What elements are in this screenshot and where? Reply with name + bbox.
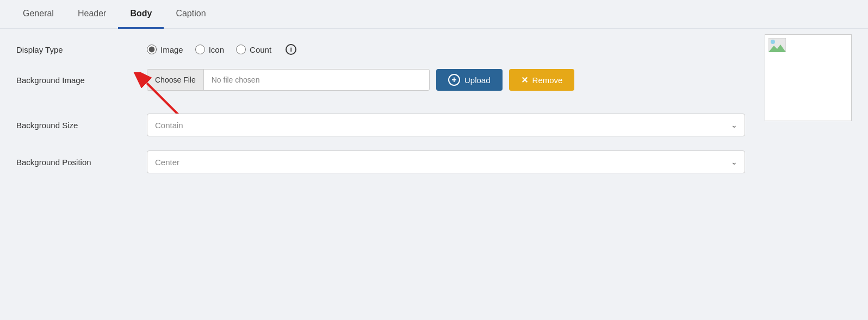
- radio-option-image[interactable]: Image: [147, 45, 183, 54]
- background-image-row: Background Image Choose File No file cho…: [16, 69, 852, 91]
- info-icon[interactable]: i: [286, 44, 296, 55]
- radio-option-icon[interactable]: Icon: [195, 45, 224, 54]
- file-name-display: No file chosen: [204, 76, 429, 84]
- tab-caption[interactable]: Caption: [164, 0, 218, 29]
- svg-point-4: [771, 40, 775, 44]
- radio-count[interactable]: [236, 45, 246, 54]
- tab-general[interactable]: General: [11, 0, 66, 29]
- upload-button[interactable]: + Upload: [436, 69, 503, 91]
- display-type-radio-group: Image Icon Count i: [147, 44, 296, 55]
- background-image-label: Background Image: [16, 76, 147, 85]
- radio-icon-label: Icon: [209, 45, 224, 54]
- remove-label: Remove: [532, 76, 563, 85]
- upload-label: Upload: [464, 76, 491, 85]
- content-area: Display Type Image Icon Count i Backgro: [0, 29, 868, 198]
- background-position-row: Background Position Center Top Bottom Le…: [16, 150, 852, 173]
- radio-image-label: Image: [160, 45, 183, 54]
- background-size-row: Background Size Contain Cover Auto ⌄: [16, 114, 852, 136]
- tab-body[interactable]: Body: [118, 0, 164, 29]
- image-preview: [765, 34, 852, 121]
- preview-image: [768, 38, 788, 53]
- choose-file-button[interactable]: Choose File: [147, 70, 204, 90]
- background-size-select[interactable]: Contain Cover Auto: [147, 114, 745, 136]
- display-type-row: Display Type Image Icon Count i: [16, 44, 852, 55]
- file-input-wrapper: Choose File No file chosen: [147, 69, 430, 91]
- background-position-label: Background Position: [16, 158, 147, 167]
- tab-header[interactable]: Header: [66, 0, 118, 29]
- background-size-label: Background Size: [16, 121, 147, 130]
- background-position-select[interactable]: Center Top Bottom Left Right: [147, 150, 745, 173]
- radio-icon[interactable]: [195, 45, 205, 54]
- display-type-label: Display Type: [16, 45, 147, 54]
- remove-icon: ✕: [521, 75, 528, 85]
- file-input-area: Choose File No file chosen + Upload ✕ Re…: [147, 69, 574, 91]
- radio-image[interactable]: [147, 45, 157, 54]
- radio-count-label: Count: [250, 45, 271, 54]
- tabs-bar: General Header Body Caption: [0, 0, 868, 29]
- remove-button[interactable]: ✕ Remove: [509, 69, 575, 91]
- main-container: General Header Body Caption: [0, 0, 868, 320]
- background-position-select-wrapper: Center Top Bottom Left Right ⌄: [147, 150, 745, 173]
- upload-icon: +: [448, 74, 460, 86]
- radio-option-count[interactable]: Count: [236, 45, 271, 54]
- background-size-select-wrapper: Contain Cover Auto ⌄: [147, 114, 745, 136]
